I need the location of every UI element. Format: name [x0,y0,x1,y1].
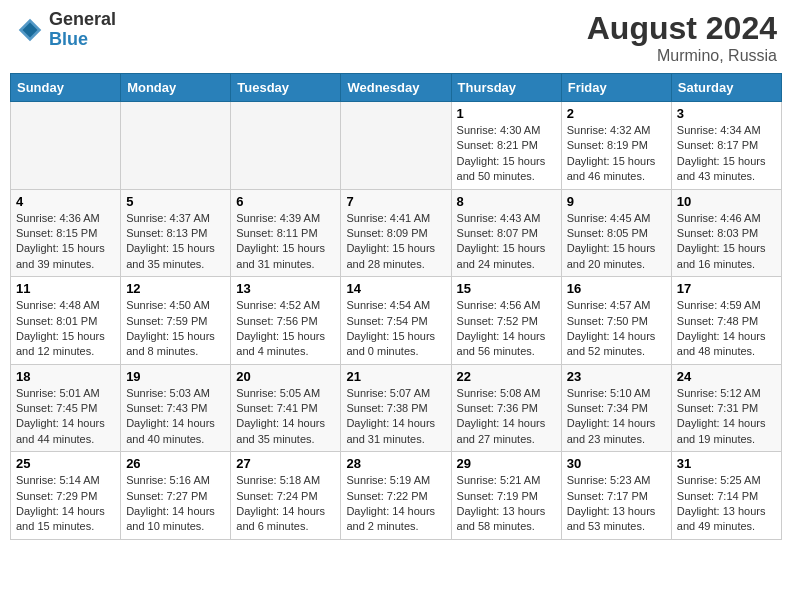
day-number: 19 [126,369,225,384]
calendar-week-4: 18Sunrise: 5:01 AMSunset: 7:45 PMDayligh… [11,364,782,452]
day-number: 24 [677,369,776,384]
calendar-day-30: 30Sunrise: 5:23 AMSunset: 7:17 PMDayligh… [561,452,671,540]
day-number: 29 [457,456,556,471]
day-number: 25 [16,456,115,471]
day-number: 23 [567,369,666,384]
day-info: Sunrise: 4:39 AMSunset: 8:11 PMDaylight:… [236,211,335,273]
day-number: 18 [16,369,115,384]
calendar-day-8: 8Sunrise: 4:43 AMSunset: 8:07 PMDaylight… [451,189,561,277]
day-info: Sunrise: 5:03 AMSunset: 7:43 PMDaylight:… [126,386,225,448]
day-number: 28 [346,456,445,471]
day-number: 31 [677,456,776,471]
day-number: 30 [567,456,666,471]
calendar-day-15: 15Sunrise: 4:56 AMSunset: 7:52 PMDayligh… [451,277,561,365]
day-info: Sunrise: 4:48 AMSunset: 8:01 PMDaylight:… [16,298,115,360]
day-info: Sunrise: 4:30 AMSunset: 8:21 PMDaylight:… [457,123,556,185]
day-number: 7 [346,194,445,209]
day-number: 2 [567,106,666,121]
day-info: Sunrise: 5:05 AMSunset: 7:41 PMDaylight:… [236,386,335,448]
calendar-day-19: 19Sunrise: 5:03 AMSunset: 7:43 PMDayligh… [121,364,231,452]
day-info: Sunrise: 4:52 AMSunset: 7:56 PMDaylight:… [236,298,335,360]
day-info: Sunrise: 4:57 AMSunset: 7:50 PMDaylight:… [567,298,666,360]
day-info: Sunrise: 4:56 AMSunset: 7:52 PMDaylight:… [457,298,556,360]
calendar-day-20: 20Sunrise: 5:05 AMSunset: 7:41 PMDayligh… [231,364,341,452]
day-info: Sunrise: 4:36 AMSunset: 8:15 PMDaylight:… [16,211,115,273]
calendar-day-26: 26Sunrise: 5:16 AMSunset: 7:27 PMDayligh… [121,452,231,540]
calendar-day-24: 24Sunrise: 5:12 AMSunset: 7:31 PMDayligh… [671,364,781,452]
calendar-day-10: 10Sunrise: 4:46 AMSunset: 8:03 PMDayligh… [671,189,781,277]
day-number: 26 [126,456,225,471]
month-year-title: August 2024 [587,10,777,47]
logo-general: General [49,9,116,29]
location-subtitle: Murmino, Russia [587,47,777,65]
calendar-day-11: 11Sunrise: 4:48 AMSunset: 8:01 PMDayligh… [11,277,121,365]
calendar-day-29: 29Sunrise: 5:21 AMSunset: 7:19 PMDayligh… [451,452,561,540]
day-info: Sunrise: 4:43 AMSunset: 8:07 PMDaylight:… [457,211,556,273]
calendar-day-empty [341,102,451,190]
calendar-day-9: 9Sunrise: 4:45 AMSunset: 8:05 PMDaylight… [561,189,671,277]
column-header-monday: Monday [121,74,231,102]
calendar-day-12: 12Sunrise: 4:50 AMSunset: 7:59 PMDayligh… [121,277,231,365]
day-info: Sunrise: 4:32 AMSunset: 8:19 PMDaylight:… [567,123,666,185]
column-header-sunday: Sunday [11,74,121,102]
calendar-day-1: 1Sunrise: 4:30 AMSunset: 8:21 PMDaylight… [451,102,561,190]
calendar-day-28: 28Sunrise: 5:19 AMSunset: 7:22 PMDayligh… [341,452,451,540]
day-number: 21 [346,369,445,384]
column-header-saturday: Saturday [671,74,781,102]
day-info: Sunrise: 5:23 AMSunset: 7:17 PMDaylight:… [567,473,666,535]
column-header-tuesday: Tuesday [231,74,341,102]
day-info: Sunrise: 4:46 AMSunset: 8:03 PMDaylight:… [677,211,776,273]
day-number: 20 [236,369,335,384]
day-info: Sunrise: 5:10 AMSunset: 7:34 PMDaylight:… [567,386,666,448]
day-info: Sunrise: 5:25 AMSunset: 7:14 PMDaylight:… [677,473,776,535]
calendar-day-25: 25Sunrise: 5:14 AMSunset: 7:29 PMDayligh… [11,452,121,540]
title-block: August 2024 Murmino, Russia [587,10,777,65]
day-info: Sunrise: 5:19 AMSunset: 7:22 PMDaylight:… [346,473,445,535]
day-info: Sunrise: 4:50 AMSunset: 7:59 PMDaylight:… [126,298,225,360]
column-header-friday: Friday [561,74,671,102]
day-number: 14 [346,281,445,296]
day-info: Sunrise: 5:08 AMSunset: 7:36 PMDaylight:… [457,386,556,448]
day-number: 13 [236,281,335,296]
day-info: Sunrise: 5:21 AMSunset: 7:19 PMDaylight:… [457,473,556,535]
calendar-day-18: 18Sunrise: 5:01 AMSunset: 7:45 PMDayligh… [11,364,121,452]
logo-blue: Blue [49,29,88,49]
day-info: Sunrise: 5:14 AMSunset: 7:29 PMDaylight:… [16,473,115,535]
day-info: Sunrise: 5:07 AMSunset: 7:38 PMDaylight:… [346,386,445,448]
calendar-day-6: 6Sunrise: 4:39 AMSunset: 8:11 PMDaylight… [231,189,341,277]
calendar-week-5: 25Sunrise: 5:14 AMSunset: 7:29 PMDayligh… [11,452,782,540]
calendar-day-21: 21Sunrise: 5:07 AMSunset: 7:38 PMDayligh… [341,364,451,452]
day-info: Sunrise: 4:45 AMSunset: 8:05 PMDaylight:… [567,211,666,273]
day-number: 15 [457,281,556,296]
calendar-day-empty [121,102,231,190]
calendar-day-13: 13Sunrise: 4:52 AMSunset: 7:56 PMDayligh… [231,277,341,365]
column-header-thursday: Thursday [451,74,561,102]
calendar-day-31: 31Sunrise: 5:25 AMSunset: 7:14 PMDayligh… [671,452,781,540]
day-number: 5 [126,194,225,209]
day-info: Sunrise: 5:18 AMSunset: 7:24 PMDaylight:… [236,473,335,535]
day-number: 1 [457,106,556,121]
calendar-day-4: 4Sunrise: 4:36 AMSunset: 8:15 PMDaylight… [11,189,121,277]
day-info: Sunrise: 4:34 AMSunset: 8:17 PMDaylight:… [677,123,776,185]
day-info: Sunrise: 5:16 AMSunset: 7:27 PMDaylight:… [126,473,225,535]
day-info: Sunrise: 4:37 AMSunset: 8:13 PMDaylight:… [126,211,225,273]
day-number: 16 [567,281,666,296]
calendar-day-7: 7Sunrise: 4:41 AMSunset: 8:09 PMDaylight… [341,189,451,277]
day-info: Sunrise: 4:54 AMSunset: 7:54 PMDaylight:… [346,298,445,360]
day-number: 17 [677,281,776,296]
calendar-header-row: SundayMondayTuesdayWednesdayThursdayFrid… [11,74,782,102]
calendar-day-empty [11,102,121,190]
day-number: 6 [236,194,335,209]
day-info: Sunrise: 5:12 AMSunset: 7:31 PMDaylight:… [677,386,776,448]
day-number: 12 [126,281,225,296]
calendar-day-22: 22Sunrise: 5:08 AMSunset: 7:36 PMDayligh… [451,364,561,452]
calendar-week-3: 11Sunrise: 4:48 AMSunset: 8:01 PMDayligh… [11,277,782,365]
calendar-day-16: 16Sunrise: 4:57 AMSunset: 7:50 PMDayligh… [561,277,671,365]
day-number: 22 [457,369,556,384]
calendar-day-27: 27Sunrise: 5:18 AMSunset: 7:24 PMDayligh… [231,452,341,540]
page-header: General Blue August 2024 Murmino, Russia [10,10,782,65]
calendar-week-1: 1Sunrise: 4:30 AMSunset: 8:21 PMDaylight… [11,102,782,190]
logo-text: General Blue [49,10,116,50]
calendar-day-17: 17Sunrise: 4:59 AMSunset: 7:48 PMDayligh… [671,277,781,365]
day-number: 11 [16,281,115,296]
